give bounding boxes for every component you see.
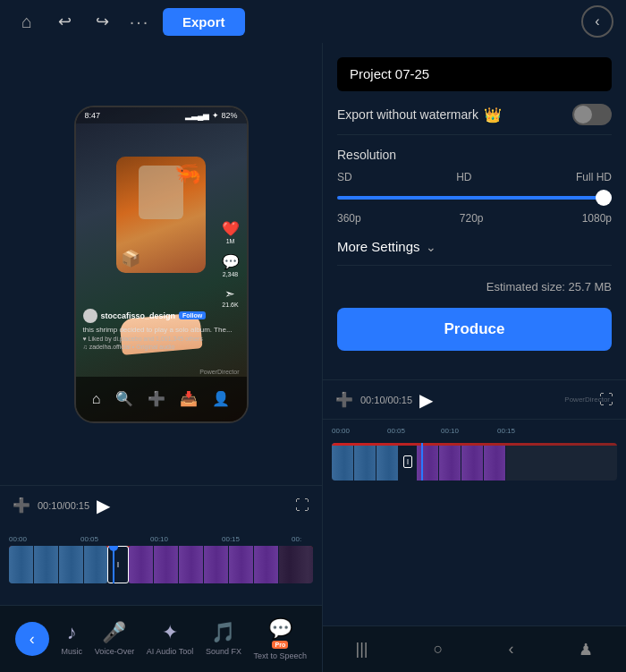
left-panel: 8:47 ▂▃▄▅ ✦ 82% 🦐 📦 — [0, 43, 322, 672]
export-button[interactable]: Export — [163, 8, 245, 36]
ruler-mark-15: 00:15 — [222, 535, 240, 543]
right-thumb-dark-1 — [417, 443, 439, 481]
thumb-dark-1 — [129, 546, 154, 583]
right-thumb-dark-3 — [461, 443, 484, 481]
person-icon[interactable]: ♟ — [579, 640, 593, 659]
phone-time: 8:47 — [85, 111, 101, 120]
back-nav-button[interactable]: ‹ — [15, 622, 49, 656]
produce-button[interactable]: Produce — [337, 308, 612, 351]
phone-home-icon[interactable]: ⌂ — [92, 391, 101, 407]
right-track[interactable]: I Add transition here — [332, 443, 617, 481]
right-ruler-mark-15: 00:15 — [497, 427, 515, 435]
playhead-left — [113, 546, 114, 583]
estimated-size: Estimated size: 25.7 MB — [337, 280, 612, 293]
video-audio: ♫ zadelha.official • Original audio — [83, 344, 240, 350]
more-settings-row[interactable]: More Settings ⌄ — [337, 239, 612, 266]
back-circle-button[interactable]: ‹ — [581, 5, 613, 38]
right-thumb-dark-4 — [484, 443, 506, 481]
ai-audio-tool[interactable]: ✦ AI Audio Tool — [147, 621, 193, 657]
redo-button[interactable]: ↪ — [88, 7, 116, 36]
crown-icon: 👑 — [484, 106, 502, 123]
res-value-720: 720p — [460, 212, 484, 225]
home-button[interactable]: ⌂ — [13, 7, 41, 36]
play-button-left[interactable]: ▶ — [97, 495, 110, 516]
phone-inbox-icon[interactable]: 📥 — [180, 390, 198, 407]
right-add-icon[interactable]: ➕ — [335, 391, 353, 408]
back-nav-icon: ‹ — [30, 630, 35, 649]
sound-fx-label: Sound FX — [206, 647, 241, 657]
text-speech-icon: 💬 — [268, 617, 292, 641]
thumbnail-strip-2 — [129, 546, 313, 583]
phone-profile-icon[interactable]: 👤 — [212, 390, 230, 407]
phone-status-bar: 8:47 ▂▃▄▅ ✦ 82% — [76, 107, 247, 123]
like-action[interactable]: ❤️ 1M — [222, 220, 240, 244]
thumb-4 — [84, 546, 107, 583]
watermark-label: Export without watermark 👑 — [337, 106, 502, 123]
text-to-speech-tool[interactable]: 💬 Pro Text to Speech — [254, 617, 308, 661]
resolution-values: 360p 720p 1080p — [337, 212, 612, 225]
watermark-row: Export without watermark 👑 — [337, 104, 612, 135]
pipe-icon[interactable]: ||| — [356, 640, 368, 659]
right-panel: Project 07-25 Export without watermark 👑… — [322, 43, 626, 672]
project-title-bar: Project 07-25 — [337, 57, 612, 91]
video-right-actions: ❤️ 1M 💬 2,348 ➣ 21.6K — [222, 220, 240, 308]
red-bar-right — [332, 443, 617, 446]
resolution-slider[interactable] — [337, 189, 612, 207]
right-timeline-area: ➕ 00:10/00:15 ▶ ⛶ PowerDirector 00:00 00… — [323, 379, 626, 625]
sound-fx-tool[interactable]: 🎵 Sound FX — [206, 621, 241, 657]
text-to-speech-label: Text to Speech — [254, 651, 308, 661]
back-nav-icon-right[interactable]: ‹ — [508, 640, 513, 659]
more-options-button[interactable]: ··· — [125, 7, 154, 36]
slider-knob[interactable] — [596, 190, 612, 206]
right-thumb-3 — [376, 443, 399, 481]
video-likes: ♥ Liked by di.placebo and 1,001,345 othe… — [83, 336, 240, 342]
res-label-fullhd: Full HD — [576, 171, 612, 183]
watermark-left: PowerDirector — [199, 369, 239, 375]
add-media-icon[interactable]: ➕ — [13, 497, 30, 514]
phone-add-icon[interactable]: ➕ — [148, 390, 165, 407]
voiceover-tool[interactable]: 🎤 Voice-Over — [95, 621, 135, 657]
main-content: 8:47 ▂▃▄▅ ✦ 82% 🦐 📦 — [0, 43, 626, 672]
clip-divider[interactable]: I — [107, 546, 129, 583]
thumb-3 — [59, 546, 84, 583]
pro-badge: Pro — [272, 641, 288, 649]
timeline-track-left[interactable]: I — [9, 546, 313, 583]
play-button-right[interactable]: ▶ — [419, 389, 433, 411]
phone-signal: ▂▃▄▅ ✦ 82% — [185, 111, 237, 120]
phone-search-icon[interactable]: 🔍 — [115, 390, 133, 407]
video-description: this shrimp decided to play a solo album… — [83, 326, 240, 334]
phone-bottom-nav: ⌂ 🔍 ➕ 📥 👤 — [76, 377, 247, 421]
music-tool[interactable]: ♪ Music — [61, 621, 82, 657]
comment-action[interactable]: 💬 2,348 — [222, 253, 240, 277]
thumb-dark-3 — [179, 546, 204, 583]
clip-segment-2[interactable] — [129, 546, 313, 583]
playhead-right — [421, 443, 423, 481]
watermark-right: PowerDirector — [564, 396, 610, 404]
watermark-text: Export without watermark — [337, 107, 478, 122]
clip-segment-1[interactable] — [9, 546, 107, 583]
music-icon: ♪ — [67, 621, 77, 644]
timeline-ruler-left: 00:00 00:05 00:10 00:15 00: — [0, 528, 322, 542]
watermark-toggle[interactable] — [572, 104, 612, 125]
right-thumb-2 — [354, 443, 376, 481]
right-ruler: 00:00 00:05 00:10 00:15 — [332, 427, 617, 439]
slider-track — [337, 196, 612, 200]
thumb-dark-6 — [254, 546, 279, 583]
home-circle-icon[interactable]: ○ — [434, 640, 444, 659]
thumbnail-strip-1 — [9, 546, 107, 583]
undo-button[interactable]: ↩ — [50, 7, 79, 36]
mic-icon: 🎤 — [102, 621, 126, 644]
right-thumb-1 — [332, 443, 354, 481]
chevron-down-icon: ⌄ — [426, 240, 436, 254]
ruler-mark-10: 00:10 — [150, 535, 168, 543]
res-value-1080: 1080p — [582, 212, 612, 225]
video-overlay: stoccafisso_design Follow this shrimp de… — [83, 309, 240, 350]
right-ruler-mark-10: 00:10 — [441, 427, 459, 435]
fullscreen-button-left[interactable]: ⛶ — [295, 498, 309, 514]
thumb-2 — [34, 546, 59, 583]
right-clip-divider[interactable]: I — [399, 443, 417, 481]
share-action[interactable]: ➣ 21.6K — [222, 286, 238, 308]
time-display-right: 00:10/00:15 — [360, 395, 412, 405]
video-controls-left: ➕ 00:10/00:15 ▶ ⛶ — [0, 485, 322, 524]
resolution-section: Resolution SD HD Full HD 360p 720p 1080p — [337, 148, 612, 225]
